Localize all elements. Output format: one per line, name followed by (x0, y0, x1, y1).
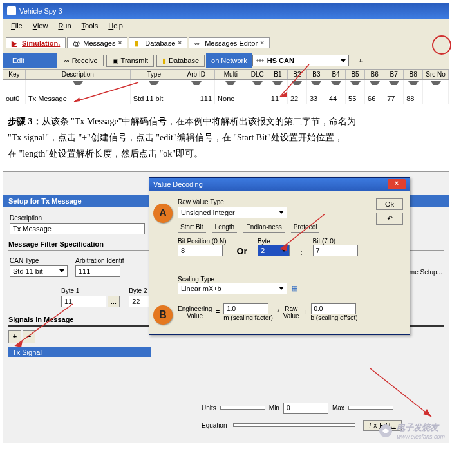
tab-messages[interactable]: @Messages× (67, 37, 127, 48)
byte-select[interactable]: 2 (258, 245, 290, 256)
value-decoding-dialog: Value Decoding × Ok ↶ Raw Value Type Uns… (149, 177, 410, 335)
cell-b4: 44 (326, 93, 346, 104)
funnel-icon[interactable] (272, 81, 283, 90)
add-signal-button[interactable]: + (8, 330, 21, 343)
funnel-icon[interactable] (149, 81, 159, 90)
byte-label: Byte (258, 238, 290, 245)
tab-startbit[interactable]: Start Bit (178, 222, 206, 233)
b-input[interactable]: 0.0 (311, 303, 356, 314)
close-icon[interactable]: × (260, 39, 264, 46)
cell-dlc (247, 93, 268, 104)
dropdown-icon (341, 59, 346, 62)
menu-view[interactable]: View (28, 21, 53, 31)
msged-icon: ∞ (194, 39, 202, 47)
cell-b3: 33 (307, 93, 326, 104)
funnel-icon[interactable] (73, 81, 83, 90)
edit-toolbar: Edit ∞Receive ▣Transmit ▮Database on Net… (3, 52, 449, 70)
cell-b1: 11 (268, 93, 288, 104)
max-input[interactable] (348, 406, 393, 410)
edit-label: Edit (3, 53, 57, 68)
close-button[interactable]: × (388, 179, 406, 189)
transmit-icon: ▣ (112, 57, 118, 65)
funnel-icon[interactable] (431, 81, 441, 90)
table-row[interactable]: out0 Tx Message Std 11 bit 111 None 11 2… (3, 93, 449, 104)
byte1-more-button[interactable]: ... (108, 296, 120, 307)
tab-messages-editor[interactable]: ∞Messages Editor× (189, 37, 270, 48)
col-dlc: DLC (247, 70, 268, 79)
funnel-icon[interactable] (389, 81, 399, 90)
funnel-icon[interactable] (331, 81, 341, 90)
bitpos-label: Bit Position (0-N) (178, 238, 227, 245)
cell-b7: 77 (384, 93, 404, 104)
remove-signal-button[interactable]: − (23, 330, 35, 343)
menubar: File View Run Tools Help (3, 19, 449, 33)
add-button[interactable]: + (353, 55, 368, 66)
funnel-icon[interactable] (292, 81, 302, 90)
funnel-icon[interactable] (408, 81, 419, 90)
on-network-label: on Network (206, 53, 252, 68)
close-icon[interactable]: × (178, 39, 182, 46)
ok-button[interactable]: Ok (376, 198, 403, 210)
byte1-label: Byte 1 (61, 287, 121, 294)
funnel-icon[interactable] (225, 81, 236, 90)
funnel-icon[interactable] (252, 81, 263, 90)
col-b6: B6 (365, 70, 384, 79)
b-note: b (scaling offset) (311, 314, 358, 321)
watermark: 电子发烧友 www.elecfans.com (379, 422, 445, 440)
units-label: Units (202, 405, 216, 412)
tabbar: ▶Simulation. @Messages× ▮Database× ∞Mess… (3, 33, 449, 52)
database-button[interactable]: ▮Database (156, 55, 205, 67)
close-icon[interactable]: × (118, 39, 122, 46)
cell-key: out0 (3, 93, 26, 104)
funnel-icon[interactable] (311, 81, 321, 90)
rawtype-select[interactable]: Unsigned Integer (178, 207, 287, 218)
undo-button[interactable]: ↶ (376, 213, 403, 225)
cell-arb: 111 (178, 93, 216, 104)
menu-tools[interactable]: Tools (77, 21, 104, 31)
units-input[interactable] (220, 406, 265, 410)
transmit-button[interactable]: ▣Transmit (106, 55, 154, 67)
window-titlebar: Vehicle Spy 3 (3, 3, 449, 19)
tab-protocol[interactable]: Protocol (291, 222, 320, 233)
menu-run[interactable]: Run (53, 21, 76, 31)
dropdown-icon (279, 211, 284, 214)
dialog-title: Value Decoding (153, 180, 203, 188)
equation-input[interactable] (233, 423, 355, 427)
cantype-label: CAN Type (10, 257, 68, 264)
menu-file[interactable]: File (6, 21, 28, 31)
dialog-titlebar: Value Decoding × (149, 178, 410, 191)
screenshot-dialog: Setup for Tx Message Description Tx Mess… (3, 171, 449, 443)
m-input[interactable]: 1.0 (223, 303, 268, 314)
max-label: Max (332, 405, 344, 412)
desc-input[interactable]: Tx Message (10, 223, 145, 234)
col-b8: B8 (404, 70, 423, 79)
funnel-icon[interactable] (370, 81, 380, 90)
min-input[interactable]: 0 (283, 403, 328, 414)
funnel-icon[interactable] (191, 81, 202, 90)
col-b4: B4 (326, 70, 346, 79)
scaling-select[interactable]: Linear mX+b (178, 283, 287, 294)
table-icon[interactable]: ▦ (291, 284, 297, 292)
tab-database[interactable]: ▮Database× (129, 37, 187, 48)
menu-help[interactable]: Help (103, 21, 128, 31)
tab-simulation[interactable]: ▶Simulation. (6, 37, 66, 48)
funnel-icon[interactable] (350, 81, 361, 90)
cell-b5: 55 (346, 93, 365, 104)
tab-length[interactable]: Length (212, 222, 238, 233)
network-icon (256, 57, 265, 64)
arb-input[interactable]: 111 (75, 265, 120, 277)
bit-input[interactable]: 7 (313, 245, 358, 256)
signal-row[interactable]: Tx Signal (8, 347, 151, 357)
bitpos-input[interactable]: 8 (178, 245, 223, 256)
bit-label: Bit (7-0) (313, 238, 358, 245)
receive-icon: ∞ (64, 57, 70, 64)
app-icon (7, 6, 16, 15)
byte1-input[interactable]: 11 (61, 296, 106, 307)
tab-endian[interactable]: Endian-ness (243, 222, 285, 233)
network-select[interactable]: HS CAN (252, 55, 349, 66)
cantype-select[interactable]: Std 11 bit (10, 265, 68, 277)
msg-icon: @ (73, 39, 80, 47)
receive-button[interactable]: ∞Receive (59, 55, 104, 66)
col-type: Type (131, 70, 178, 79)
col-b5: B5 (346, 70, 365, 79)
